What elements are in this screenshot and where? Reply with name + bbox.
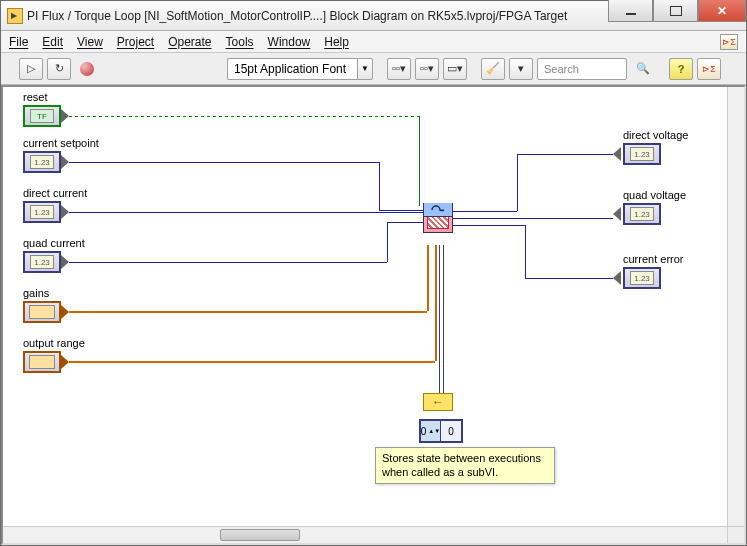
- horizontal-scrollbar[interactable]: [3, 526, 727, 543]
- wire-out-dv-h2: [517, 154, 613, 155]
- wire-out-dv-v: [517, 154, 518, 211]
- terminal-quad-voltage[interactable]: 1.23: [623, 203, 661, 225]
- window-minimize-button[interactable]: [608, 0, 653, 22]
- wire-quad-current-h: [69, 262, 387, 263]
- wire-quad-current-v: [387, 222, 388, 262]
- vertical-scrollbar[interactable]: [727, 87, 744, 526]
- chevron-down-icon[interactable]: ▼: [357, 58, 373, 80]
- terminal-gains-out-arrow: [61, 305, 69, 319]
- wire-setpoint-h: [69, 162, 379, 163]
- distribute-button[interactable]: ▫▫▾: [415, 58, 439, 80]
- block-diagram-canvas[interactable]: reset TF current setpoint 1.23 direct cu…: [1, 85, 746, 545]
- terminal-current-error-in-arrow: [613, 271, 621, 285]
- wire-output-range-h: [69, 361, 435, 363]
- run-continuously-button[interactable]: ↻: [47, 58, 71, 80]
- scrollbar-thumb[interactable]: [220, 529, 300, 541]
- abort-button[interactable]: [75, 58, 99, 80]
- terminal-gains[interactable]: [23, 301, 61, 323]
- menu-view[interactable]: View: [77, 35, 103, 49]
- terminal-output-range-out-arrow: [61, 355, 69, 369]
- window-frame: PI Flux / Torque Loop [NI_SoftMotion_Mot…: [0, 0, 747, 546]
- label-quad-current: quad current: [23, 237, 85, 249]
- menu-edit[interactable]: Edit: [42, 35, 63, 49]
- terminal-quad-current-out-arrow: [61, 255, 69, 269]
- label-reset: reset: [23, 91, 47, 103]
- label-direct-current: direct current: [23, 187, 87, 199]
- run-button[interactable]: ▷: [19, 58, 43, 80]
- menu-file[interactable]: File: [9, 35, 28, 49]
- wire-reset-v: [419, 116, 420, 206]
- terminal-current-setpoint-out-arrow: [61, 155, 69, 169]
- window-maximize-button[interactable]: [653, 0, 698, 22]
- wire-out-ce-v: [525, 225, 526, 278]
- wire-feedback-down: [439, 245, 440, 393]
- menubar: File Edit View Project Operate Tools Win…: [1, 31, 746, 53]
- wire-reset: [69, 116, 419, 117]
- terminal-reset-out-arrow: [61, 109, 69, 123]
- wire-gains-v: [427, 245, 429, 311]
- terminal-direct-voltage[interactable]: 1.23: [623, 143, 661, 165]
- search-icon[interactable]: 🔍: [631, 58, 655, 80]
- cleanup-button[interactable]: 🧹: [481, 58, 505, 80]
- subvi-icon: [423, 203, 453, 217]
- wire-output-range-v: [435, 245, 437, 361]
- label-gains: gains: [23, 287, 49, 299]
- terminal-output-range[interactable]: [23, 351, 61, 373]
- search-input[interactable]: Search: [537, 58, 627, 80]
- align-button[interactable]: ▫▫▾: [387, 58, 411, 80]
- wire-out-ce-h2: [525, 278, 613, 279]
- label-current-setpoint: current setpoint: [23, 137, 99, 149]
- help-button[interactable]: ?: [669, 58, 693, 80]
- wire-direct-current: [69, 212, 423, 213]
- reorder-button[interactable]: ▭▾: [443, 58, 467, 80]
- wire-quad-current-h2: [387, 222, 423, 223]
- terminal-direct-voltage-in-arrow: [613, 147, 621, 161]
- cleanup-options-button[interactable]: ▾: [509, 58, 533, 80]
- menu-project[interactable]: Project: [117, 35, 154, 49]
- menu-operate[interactable]: Operate: [168, 35, 211, 49]
- window-close-button[interactable]: [698, 0, 746, 22]
- wire-out-ce-h1: [453, 225, 525, 226]
- terminal-direct-current[interactable]: 1.23: [23, 201, 61, 223]
- terminal-current-setpoint[interactable]: 1.23: [23, 151, 61, 173]
- label-quad-voltage: quad voltage: [623, 189, 686, 201]
- terminal-current-error[interactable]: 1.23: [623, 267, 661, 289]
- feedback-node[interactable]: ←: [423, 393, 453, 411]
- wire-feedback-down2: [443, 245, 444, 393]
- menu-tools[interactable]: Tools: [226, 35, 254, 49]
- wire-gains-h: [69, 311, 427, 313]
- label-output-range: output range: [23, 337, 85, 349]
- window-title: PI Flux / Torque Loop [NI_SoftMotion_Mot…: [27, 9, 608, 23]
- toolbar: ▷ ↻ 15pt Application Font ▼ ▫▫▾ ▫▫▾ ▭▾ 🧹…: [1, 53, 746, 85]
- menu-window[interactable]: Window: [268, 35, 311, 49]
- array-element[interactable]: 0: [441, 421, 461, 441]
- app-icon: [7, 8, 23, 24]
- tooltip-feedback-node: Stores state between executions when cal…: [375, 447, 555, 484]
- label-direct-voltage: direct voltage: [623, 129, 688, 141]
- terminal-direct-current-out-arrow: [61, 205, 69, 219]
- menu-help[interactable]: Help: [324, 35, 349, 49]
- wire-out-dv-h1: [453, 211, 517, 212]
- terminal-quad-current[interactable]: 1.23: [23, 251, 61, 273]
- wire-setpoint-h2: [379, 210, 423, 211]
- font-selector[interactable]: 15pt Application Font ▼: [227, 58, 373, 80]
- scroll-corner: [727, 526, 744, 543]
- array-index[interactable]: 0▲▼: [421, 421, 441, 441]
- vi-icon-corner[interactable]: ⊳Σ: [720, 34, 738, 50]
- label-current-error: current error: [623, 253, 684, 265]
- wire-out-qv-h: [453, 218, 613, 219]
- terminal-reset[interactable]: TF: [23, 105, 61, 127]
- feedback-init-array[interactable]: 0▲▼ 0: [419, 419, 463, 443]
- terminal-quad-voltage-in-arrow: [613, 207, 621, 221]
- wire-setpoint-v: [379, 162, 380, 210]
- titlebar[interactable]: PI Flux / Torque Loop [NI_SoftMotion_Mot…: [1, 1, 746, 31]
- context-help-button[interactable]: ⊳Σ: [697, 58, 721, 80]
- font-label: 15pt Application Font: [227, 58, 357, 80]
